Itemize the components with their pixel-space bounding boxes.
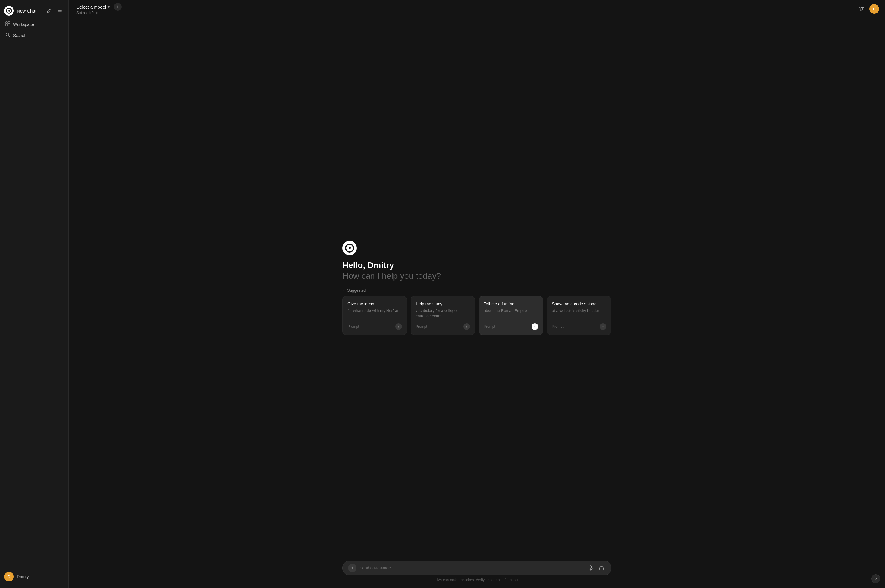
main-content: Select a model ▾ + Set as default D bbox=[69, 0, 885, 588]
svg-point-11 bbox=[860, 7, 861, 8]
svg-rect-14 bbox=[590, 566, 592, 568]
welcome-container: Hello, Dmitry How can I help you today? … bbox=[342, 241, 611, 335]
card-footer-3: Prompt ↑ bbox=[552, 323, 606, 330]
chevron-down-icon: ▾ bbox=[108, 5, 110, 9]
svg-rect-4 bbox=[8, 22, 10, 24]
topbar-left: Select a model ▾ + Set as default bbox=[75, 3, 122, 15]
sparkle-icon: ✦ bbox=[342, 288, 345, 292]
sidebar-header-icons bbox=[45, 6, 64, 15]
microphone-button[interactable] bbox=[587, 564, 595, 572]
menu-icon[interactable] bbox=[55, 6, 64, 15]
search-icon bbox=[5, 33, 10, 38]
card-subtitle-1: vocabulary for a college entrance exam bbox=[415, 308, 470, 319]
model-select-label: Select a model bbox=[77, 4, 106, 9]
card-arrow-3: ↑ bbox=[600, 323, 606, 330]
topbar: Select a model ▾ + Set as default D bbox=[69, 0, 885, 18]
svg-rect-2 bbox=[58, 12, 62, 12]
attach-button[interactable]: + bbox=[348, 564, 357, 572]
card-footer-2: Prompt ↑ bbox=[484, 323, 538, 330]
chat-area: Hello, Dmitry How can I help you today? … bbox=[69, 18, 885, 558]
bottom-bar: + LLMs can m bbox=[69, 558, 885, 588]
sidebar: New Chat bbox=[0, 0, 69, 588]
card-arrow-1: ↑ bbox=[464, 323, 470, 330]
message-input[interactable] bbox=[360, 566, 584, 570]
card-title-3: Show me a code snippet bbox=[552, 301, 606, 307]
disclaimer-text: LLMs can make mistakes. Verify important… bbox=[433, 578, 520, 582]
svg-rect-5 bbox=[6, 24, 8, 26]
workspace-label: Workspace bbox=[13, 22, 34, 27]
svg-point-12 bbox=[862, 8, 863, 9]
card-subtitle-3: of a website's sticky header bbox=[552, 308, 606, 314]
suggestion-card-3[interactable]: Show me a code snippet of a website's st… bbox=[547, 296, 611, 335]
model-select-button[interactable]: Select a model ▾ bbox=[75, 3, 111, 11]
suggestion-cards: Give me ideas for what to do with my kid… bbox=[342, 296, 611, 335]
add-model-button[interactable]: + bbox=[114, 3, 122, 11]
sidebar-logo-title: New Chat bbox=[4, 6, 36, 15]
sidebar-item-workspace[interactable]: Workspace bbox=[2, 19, 66, 30]
card-prompt-label-2: Prompt bbox=[484, 324, 495, 328]
user-name-label: Dmitry bbox=[17, 574, 29, 579]
svg-rect-0 bbox=[58, 9, 62, 10]
sidebar-header: New Chat bbox=[0, 4, 68, 18]
svg-rect-3 bbox=[6, 22, 8, 24]
message-input-container: + bbox=[342, 561, 611, 576]
card-content-1: Help me study vocabulary for a college e… bbox=[415, 301, 470, 319]
settings-button[interactable] bbox=[857, 4, 867, 14]
suggested-text: Suggested bbox=[347, 288, 366, 292]
card-footer-0: Prompt ↑ bbox=[348, 323, 402, 330]
card-prompt-label-1: Prompt bbox=[415, 324, 427, 328]
card-title-1: Help me study bbox=[415, 301, 470, 307]
user-avatar: D bbox=[4, 572, 14, 581]
headphone-button[interactable] bbox=[597, 564, 606, 572]
sidebar-item-search[interactable]: Search bbox=[2, 30, 66, 40]
svg-rect-1 bbox=[58, 10, 62, 11]
help-button[interactable]: ? bbox=[871, 574, 880, 583]
sidebar-footer: D Dmitry bbox=[0, 569, 68, 584]
input-actions bbox=[587, 564, 606, 572]
card-footer-1: Prompt ↑ bbox=[415, 323, 470, 330]
profile-avatar[interactable]: D bbox=[870, 4, 879, 14]
sidebar-title: New Chat bbox=[17, 8, 36, 14]
svg-rect-6 bbox=[8, 24, 10, 26]
svg-rect-17 bbox=[603, 568, 604, 570]
app-logo bbox=[4, 6, 14, 15]
welcome-subtitle: How can I help you today? bbox=[342, 272, 441, 281]
svg-point-13 bbox=[860, 9, 861, 11]
workspace-icon bbox=[5, 21, 10, 27]
card-subtitle-2: about the Roman Empire bbox=[484, 308, 538, 314]
suggestion-card-2[interactable]: Tell me a fun fact about the Roman Empir… bbox=[479, 296, 543, 335]
card-prompt-label-0: Prompt bbox=[348, 324, 359, 328]
card-subtitle-0: for what to do with my kids' art bbox=[348, 308, 402, 314]
welcome-greeting: Hello, Dmitry bbox=[342, 261, 394, 270]
suggestion-card-0[interactable]: Give me ideas for what to do with my kid… bbox=[342, 296, 407, 335]
card-title-2: Tell me a fun fact bbox=[484, 301, 538, 307]
card-title-0: Give me ideas bbox=[348, 301, 402, 307]
card-prompt-label-3: Prompt bbox=[552, 324, 563, 328]
set-default-link[interactable]: Set as default bbox=[75, 11, 122, 15]
sidebar-nav: Workspace Search bbox=[0, 19, 68, 40]
model-selector: Select a model ▾ + bbox=[75, 3, 122, 11]
search-label: Search bbox=[13, 33, 26, 38]
suggested-label: ✦ Suggested bbox=[342, 288, 366, 292]
welcome-logo bbox=[342, 241, 357, 255]
card-content-3: Show me a code snippet of a website's st… bbox=[552, 301, 606, 314]
card-content-0: Give me ideas for what to do with my kid… bbox=[348, 301, 402, 314]
topbar-right: D bbox=[857, 4, 879, 14]
edit-icon[interactable] bbox=[45, 6, 53, 15]
card-content-2: Tell me a fun fact about the Roman Empir… bbox=[484, 301, 538, 314]
card-arrow-0: ↑ bbox=[395, 323, 402, 330]
svg-rect-16 bbox=[599, 568, 600, 570]
card-arrow-2: ↑ bbox=[531, 323, 538, 330]
suggestion-card-1[interactable]: Help me study vocabulary for a college e… bbox=[411, 296, 475, 335]
